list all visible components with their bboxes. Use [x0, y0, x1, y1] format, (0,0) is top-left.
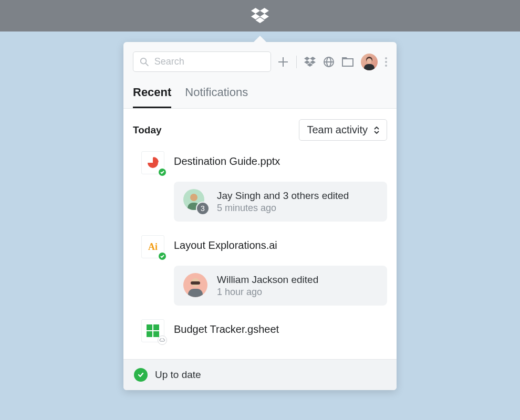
svg-marker-1 [260, 8, 269, 14]
svg-point-21 [190, 194, 197, 201]
file-row[interactable]: Destination Guide.pptx [141, 151, 387, 174]
powerpoint-icon [147, 156, 159, 169]
section-header: Today Team activity [133, 119, 387, 141]
activity-primary: Jay Singh and 3 others edited [217, 190, 349, 202]
activity-card[interactable]: William Jackson edited 1 hour ago [174, 266, 387, 306]
avatar-stack: 3 [183, 189, 209, 214]
toolbar-divider [296, 56, 297, 68]
stepper-arrows-icon [374, 127, 379, 134]
folder-icon[interactable] [342, 57, 353, 67]
user-avatar[interactable] [361, 54, 378, 70]
svg-point-20 [367, 58, 372, 64]
toolbar-actions [277, 54, 387, 70]
file-name: Layout Explorations.ai [174, 235, 277, 251]
activity-timestamp: 1 hour ago [217, 287, 318, 298]
globe-icon[interactable] [323, 56, 335, 68]
dropbox-tray-panel: Recent Notifications Today Team activity [123, 42, 397, 390]
more-menu-icon[interactable] [385, 57, 387, 67]
file-icon: Ai [141, 235, 164, 258]
svg-marker-13 [307, 63, 313, 67]
svg-marker-11 [304, 60, 310, 64]
toolbar [123, 42, 397, 77]
file-name: Destination Guide.pptx [174, 151, 280, 167]
search-box[interactable] [133, 51, 271, 72]
illustrator-icon: Ai [148, 242, 158, 253]
search-input[interactable] [154, 56, 264, 67]
file-name: Budget Tracker.gsheet [174, 319, 279, 335]
activity-card[interactable]: 3 Jay Singh and 3 others edited 5 minute… [174, 182, 387, 222]
svg-rect-17 [342, 59, 353, 66]
svg-point-5 [141, 58, 147, 64]
activity-filter-dropdown[interactable]: Team activity [299, 119, 387, 141]
sync-status-text: Up to date [155, 369, 201, 381]
file-row[interactable]: Budget Tracker.gsheet [141, 319, 387, 342]
add-icon[interactable] [277, 56, 289, 68]
svg-marker-0 [251, 8, 260, 14]
file-icon [141, 151, 164, 174]
activity-timestamp: 5 minutes ago [217, 203, 349, 214]
sync-badge-icon [158, 167, 167, 177]
search-icon [140, 57, 149, 67]
svg-marker-9 [304, 57, 310, 60]
section-title: Today [133, 124, 162, 136]
tabs: Recent Notifications [123, 77, 397, 109]
recent-content: Today Team activity Destinatio [123, 109, 397, 359]
svg-marker-10 [310, 57, 316, 60]
svg-rect-25 [188, 289, 203, 297]
sync-status-footer: Up to date [123, 359, 397, 390]
activity-filter-label: Team activity [307, 124, 368, 136]
gsheet-icon [147, 324, 159, 337]
avatar [183, 273, 209, 298]
svg-line-6 [145, 63, 148, 65]
popover-pointer [253, 36, 267, 43]
dropbox-logo-icon[interactable] [251, 8, 269, 24]
check-circle-icon [134, 368, 148, 382]
sync-badge-icon [158, 251, 167, 261]
dropbox-small-icon[interactable] [304, 57, 316, 67]
system-menubar [0, 0, 520, 32]
svg-rect-19 [364, 64, 375, 70]
activity-primary: William Jackson edited [217, 274, 318, 286]
avatar-count-badge: 3 [196, 202, 210, 215]
file-row[interactable]: Ai Layout Explorations.ai [141, 235, 387, 258]
tab-recent[interactable]: Recent [133, 81, 171, 108]
file-icon [141, 319, 164, 342]
tab-notifications[interactable]: Notifications [185, 81, 248, 108]
cloud-badge-icon [158, 335, 167, 345]
svg-marker-12 [310, 60, 316, 64]
svg-rect-24 [191, 281, 200, 285]
